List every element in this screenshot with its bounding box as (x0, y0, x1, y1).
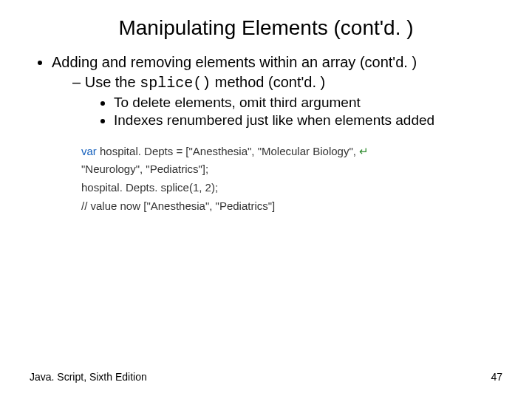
bullet-l2-code: splice() (140, 75, 211, 92)
bullet-list-l1: Adding and removing elements within an a… (30, 53, 502, 129)
bullet-list-l2: Use the splice() method (cont'd. ) To de… (52, 73, 502, 129)
bullet-l1-text: Adding and removing elements within an a… (52, 54, 417, 70)
bullet-l2-pre: Use the (85, 74, 140, 90)
code-block: var hospital. Depts = ["Anesthesia", "Mo… (81, 143, 502, 216)
bullet-l2-item: Use the splice() method (cont'd. ) To de… (72, 73, 502, 129)
bullet-l1-item: Adding and removing elements within an a… (52, 53, 502, 129)
code-line1-rest: hospital. Depts = ["Anesthesia", "Molecu… (97, 145, 359, 157)
footer-left: Java. Script, Sixth Edition (30, 371, 147, 383)
slide-title: Manipulating Elements (cont'd. ) (0, 0, 532, 53)
bullet-l3a: To delete elements, omit third argument (114, 94, 502, 112)
code-line-4: // value now ["Anesthesia", "Pediatrics"… (81, 197, 502, 216)
bullet-l2-post: method (cont'd. ) (211, 74, 325, 90)
slide-body: Adding and removing elements within an a… (0, 53, 532, 216)
bullet-list-l3: To delete elements, omit third argument … (72, 94, 502, 129)
slide: Manipulating Elements (cont'd. ) Adding … (0, 0, 532, 399)
return-arrow-icon: ↵ (359, 145, 369, 157)
code-line-2: "Neurology", "Pediatrics"]; (81, 160, 502, 179)
bullet-l3b: Indexes renumbered just like when elemen… (114, 112, 502, 129)
code-line-3: hospital. Depts. splice(1, 2); (81, 179, 502, 197)
code-line-1: var hospital. Depts = ["Anesthesia", "Mo… (81, 143, 502, 161)
page-number: 47 (491, 371, 502, 383)
code-keyword: var (81, 145, 97, 157)
